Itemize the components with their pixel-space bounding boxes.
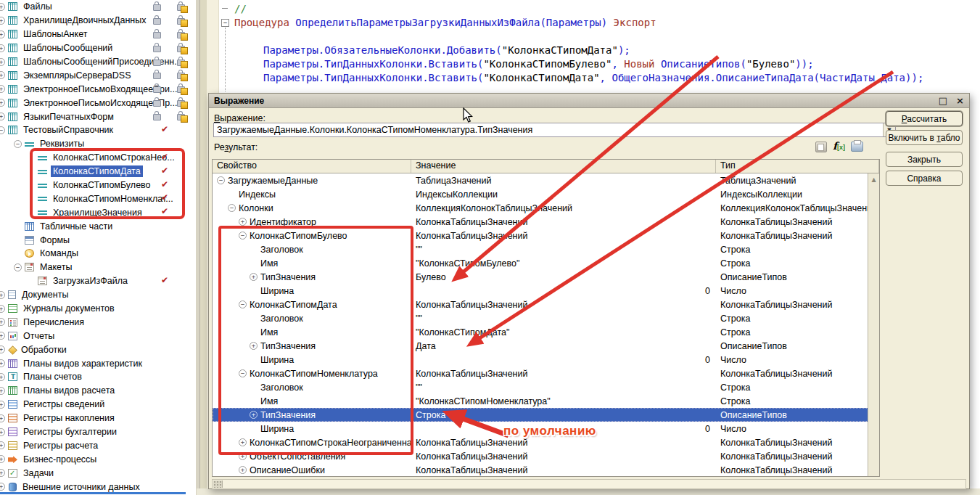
tree-item[interactable]: +Отчеты (0, 329, 196, 343)
expand-icon[interactable]: + (0, 387, 5, 395)
formula-icon[interactable] (833, 141, 845, 152)
help-button[interactable]: Справка (886, 171, 963, 186)
tree-item-label[interactable]: Документы (20, 289, 70, 300)
expand-icon[interactable]: + (0, 359, 5, 367)
table-row[interactable]: Ширина0Число (213, 353, 868, 367)
tree-item[interactable]: +Регистры расчета (0, 439, 196, 453)
table-row[interactable]: +ОписаниеОшибкиКолонкаТаблицыЗначенийКол… (213, 463, 868, 477)
tree-item-label[interactable]: Регистры бухгалтерии (21, 426, 119, 438)
expand-icon[interactable]: + (0, 428, 5, 436)
tree-item[interactable]: +ЭкземплярыСервераDSS (0, 68, 196, 82)
print-icon[interactable] (851, 142, 863, 152)
expand-icon[interactable]: + (0, 332, 5, 340)
tree-item[interactable]: +Бизнес-процессы (0, 452, 196, 466)
tree-item-label[interactable]: Макеты (38, 261, 74, 273)
tree-item-label[interactable]: Формы (38, 234, 72, 246)
table-row[interactable]: +ТипЗначенияСтрокаОписаниеТипов (213, 408, 868, 422)
tree-item[interactable]: Команды (0, 247, 196, 261)
collapse-icon[interactable]: − (0, 126, 5, 134)
expand-icon[interactable]: + (0, 112, 5, 120)
tree-item[interactable]: КолонкаСТипомСтрокаНео...✔ (0, 151, 196, 165)
expand-icon[interactable]: + (239, 452, 247, 460)
dialog-titlebar[interactable]: Выражение □ × (209, 94, 969, 108)
collapse-icon[interactable]: − (14, 140, 22, 148)
splitter-grip[interactable] (213, 480, 223, 488)
tree-item-label[interactable]: Внешние источники данных (20, 481, 142, 493)
tree-item[interactable]: +Регистры накопления (0, 412, 196, 425)
expand-icon[interactable]: + (0, 401, 5, 409)
panel-splitter[interactable] (196, 0, 200, 495)
expand-icon[interactable]: + (0, 291, 5, 299)
table-row[interactable]: +ТипЗначенияБулевоОписаниеТипов (213, 270, 868, 284)
tree-item[interactable]: +Журналы документов (0, 302, 196, 316)
tree-item-label[interactable]: Планы счетов (21, 371, 84, 382)
tree-item[interactable]: +ЯзыкиПечатныхФорм (0, 110, 196, 123)
tree-item-label[interactable]: ЗагрузкаИзФайла (51, 275, 130, 287)
tree-item-label[interactable]: ШаблоныАнкет (21, 28, 89, 40)
table-row[interactable]: −КолонкаСТипомДатаКолонкаТаблицыЗначений… (213, 298, 868, 311)
tree-item-label[interactable]: Регистры накопления (21, 412, 117, 424)
collapse-icon[interactable]: − (14, 263, 22, 271)
tree-item-label[interactable]: ЭкземплярыСервераDSS (21, 70, 133, 81)
include-in-watch-button[interactable]: Включить в табло (886, 130, 963, 145)
tree-item-label[interactable]: Табличные части (38, 221, 115, 232)
table-row[interactable]: −КолонкиКоллекцияКолонокТаблицыЗначенийК… (213, 201, 868, 215)
collapse-icon[interactable]: − (228, 204, 236, 212)
expand-icon[interactable]: + (0, 318, 5, 326)
expression-input[interactable] (214, 123, 883, 136)
tree-item[interactable]: КолонкаСТипомБулево✔ (0, 179, 196, 192)
tree-item-label[interactable]: Обработки (19, 344, 69, 356)
expand-icon[interactable]: + (0, 85, 5, 93)
expand-icon[interactable]: + (239, 438, 247, 446)
collapse-icon[interactable]: − (239, 300, 247, 308)
tree-item-label[interactable]: Файлы (21, 1, 54, 12)
expand-icon[interactable]: + (250, 273, 258, 281)
tree-item[interactable]: +ХранилищеДвоичныхДанных (0, 14, 196, 28)
expand-icon[interactable]: + (0, 58, 5, 66)
collapse-icon[interactable]: − (217, 176, 225, 184)
tree-item-label[interactable]: Планы видов расчета (21, 385, 117, 396)
vertical-scrollbar[interactable]: ▲ (868, 173, 879, 476)
tree-item-label[interactable]: Регистры сведений (21, 398, 107, 410)
calculate-button[interactable]: Рассчитать (886, 111, 963, 126)
tree-item-label[interactable]: ХранилищеДвоичныхДанных (21, 15, 149, 26)
pick-value-icon[interactable] (815, 142, 827, 152)
table-row[interactable]: −ЗагружаемыеДанныеТаблицаЗначенийТаблица… (213, 173, 868, 187)
scroll-up-icon[interactable]: ▲ (871, 176, 876, 183)
table-row[interactable]: +ТипЗначенияДатаОписаниеТипов (213, 339, 868, 353)
tree-item[interactable]: Табличные части (0, 219, 196, 233)
tree-item[interactable]: +ШаблоныСообщений (0, 41, 196, 55)
tree-item[interactable]: ЗагрузкаИзФайла✔ (0, 274, 196, 288)
tree-item-label[interactable]: Перечисления (21, 316, 86, 328)
table-row[interactable]: −КолонкаСТипомБулевоКолонкаТаблицыЗначен… (213, 229, 868, 242)
expand-icon[interactable]: + (0, 17, 5, 25)
expand-icon[interactable]: + (0, 44, 5, 52)
close-icon[interactable]: × (956, 96, 964, 105)
table-row[interactable]: +ОбъектСопоставленияКолонкаТаблицыЗначен… (213, 449, 868, 463)
tree-item-label[interactable]: Регистры расчета (21, 440, 100, 451)
table-row[interactable]: +ИдентификаторКолонкаТаблицыЗначенийКоло… (213, 215, 868, 229)
table-row[interactable]: Имя"КолонкаСТипомДата"Строка (213, 325, 868, 339)
expand-icon[interactable]: + (250, 411, 258, 419)
table-row[interactable]: Заголовок""Строка (213, 242, 868, 256)
tree-item[interactable]: КолонкаСТипомНоменклат...✔ (0, 192, 196, 205)
tree-item-label[interactable]: КолонкаСТипомДата (51, 165, 143, 177)
tree-item[interactable]: +ЭлектронноеПисьмоИсходящееПр... (0, 96, 196, 110)
tree-item[interactable]: КолонкаСТипомДата✔ (0, 165, 196, 179)
tree-item-label[interactable]: Планы видов характеристик (21, 358, 144, 369)
tree-item-label[interactable]: КолонкаСТипомСтрокаНео... (51, 152, 177, 163)
column-header-value[interactable]: Значение (411, 160, 716, 173)
tree-item-label[interactable]: Команды (38, 248, 81, 259)
tree-item[interactable]: +Перечисления (0, 315, 196, 329)
tree-item[interactable]: +Документы (0, 288, 196, 302)
table-row[interactable]: Ширина0Число (213, 284, 868, 298)
expand-icon[interactable]: + (239, 218, 247, 226)
tree-item[interactable]: +Планы счетов (0, 370, 196, 384)
collapse-icon[interactable]: − (239, 232, 247, 240)
expand-icon[interactable]: + (250, 342, 258, 350)
tree-item[interactable]: +Планы видов расчета (0, 384, 196, 398)
tree-item-label[interactable]: КолонкаСТипомНоменклат... (51, 193, 176, 205)
tree-item-label[interactable]: Журналы документов (21, 303, 117, 314)
expand-icon[interactable]: + (0, 373, 5, 381)
tree-item[interactable]: −ТестовыйСправочник✔ (0, 123, 196, 137)
